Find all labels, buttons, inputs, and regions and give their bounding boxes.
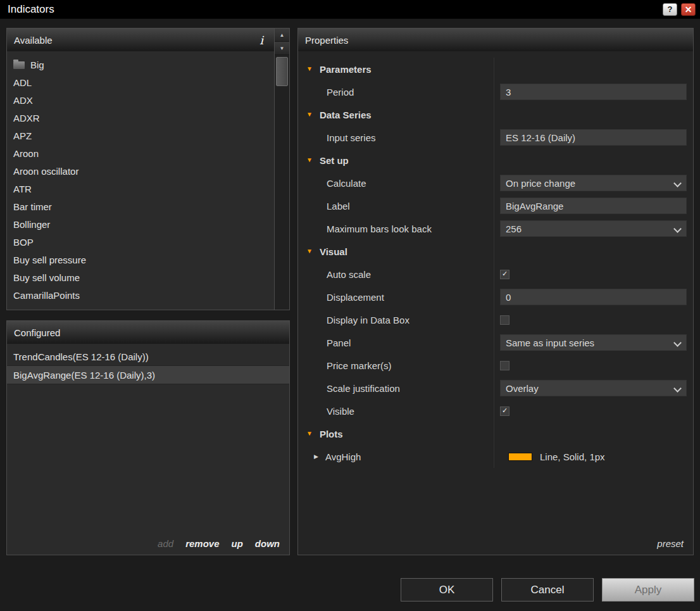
configured-header: Configured [7,321,289,344]
row-calculate: Calculate On price change [304,172,687,194]
available-panel: Available i Big ADL ADX ADXR APZ Aroon A… [6,28,290,310]
apply-button[interactable]: Apply [602,578,694,602]
collapse-icon: ▼ [306,66,313,72]
field-label: Scale justification [304,377,494,400]
row-label: Label [304,194,687,217]
price-markers-checkbox[interactable]: ✓ [500,361,509,370]
period-input[interactable] [500,84,687,100]
input-series-input[interactable] [500,129,687,146]
available-item-folder[interactable]: Big [7,56,274,73]
available-item[interactable]: BOP [7,233,274,251]
available-item[interactable]: ADX [7,91,274,109]
section-parameters[interactable]: ▼ Parameters [304,58,687,80]
select-value: Overlay [506,383,539,394]
section-title: Plots [320,429,343,439]
info-icon[interactable]: i [259,34,263,47]
field-label: Input series [304,126,494,149]
available-item[interactable]: Buy sell pressure [7,251,274,268]
cancel-button[interactable]: Cancel [501,578,594,602]
scale-justification-select[interactable]: Overlay [500,380,687,396]
section-visual[interactable]: ▼ Visual [304,240,687,263]
available-item[interactable]: CamarillaPoints [7,286,274,304]
expand-icon[interactable]: ▶ [314,453,318,460]
row-panel: Panel Same as input series [304,331,687,354]
add-link[interactable]: add [158,538,173,549]
field-label: Panel [304,331,494,354]
checkmark-icon: ✓ [502,270,508,277]
available-item[interactable]: Aroon [7,144,274,162]
available-item[interactable]: Aroon oscillator [7,162,274,180]
available-scrollbar[interactable]: ▲ ▼ [274,28,289,310]
available-list: Big ADL ADX ADXR APZ Aroon Aroon oscilla… [7,51,274,304]
field-label: Display in Data Box [304,308,494,331]
collapse-icon: ▼ [306,157,313,163]
row-price-markers: Price marker(s) ✓ [304,354,687,377]
visible-checkbox[interactable]: ✓ [500,406,509,416]
row-displacement: Displacement [304,286,687,308]
section-plots[interactable]: ▼ Plots [304,422,687,445]
available-item[interactable]: ADXR [7,109,274,127]
configured-item-selected[interactable]: BigAvgRange(ES 12-16 (Daily),3) [7,366,289,384]
scrollbar-thumb[interactable] [276,57,288,86]
configured-header-label: Configured [14,327,60,338]
available-item[interactable]: Buy sell volume [7,268,274,286]
available-header: Available i [7,28,274,51]
plot-style-label: Line, Solid, 1px [540,451,605,462]
row-input-series: Input series [304,126,687,149]
scroll-up-icon[interactable]: ▲ [275,28,289,42]
section-data-series[interactable]: ▼ Data Series [304,103,687,126]
section-title: Data Series [320,110,372,120]
field-label: Displacement [304,286,494,308]
configured-panel: Configured TrendCandles(ES 12-16 (Daily)… [6,320,290,555]
up-link[interactable]: up [232,538,243,549]
available-item[interactable]: ADL [7,73,274,91]
available-item[interactable]: APZ [7,127,274,144]
close-button[interactable]: ✕ [681,3,696,16]
select-value: 256 [506,224,522,234]
section-title: Set up [320,155,349,166]
preset-link[interactable]: preset [657,538,684,549]
down-link[interactable]: down [255,538,280,549]
row-auto-scale: Auto scale ✓ [304,263,687,286]
plot-name: AvgHigh [325,451,361,462]
max-bars-select[interactable]: 256 [500,220,687,237]
plot-color-swatch[interactable] [508,453,532,461]
field-label: Maximum bars look back [304,217,494,240]
section-setup[interactable]: ▼ Set up [304,149,687,172]
row-max-bars-look-back: Maximum bars look back 256 [304,217,687,240]
properties-header-label: Properties [305,35,348,46]
available-item[interactable]: Bollinger [7,215,274,233]
footer: OK Cancel Apply [401,578,694,602]
title-bar: Indicators ? ✕ [0,0,700,19]
collapse-icon: ▼ [306,248,313,255]
left-column: Available i Big ADL ADX ADXR APZ Aroon A… [6,28,290,555]
properties-content: ▼ Parameters Period ▼ Data Series Input … [298,51,693,555]
field-label: Auto scale [304,263,494,286]
scroll-down-icon[interactable]: ▼ [275,42,289,55]
select-value: Same as input series [506,337,594,348]
panel-select[interactable]: Same as input series [500,334,687,351]
row-avghigh: ▶ AvgHigh Line, Solid, 1px [304,445,687,468]
display-in-data-box-checkbox[interactable]: ✓ [500,315,509,325]
chevron-down-icon [675,340,680,346]
ok-button[interactable]: OK [401,578,493,602]
label-input[interactable] [500,198,687,214]
displacement-input[interactable] [500,289,687,305]
configured-item[interactable]: TrendCandles(ES 12-16 (Daily)) [7,348,289,366]
configured-actions: add remove up down [158,538,280,549]
configured-list: TrendCandles(ES 12-16 (Daily)) BigAvgRan… [7,344,289,384]
properties-header: Properties [298,28,693,51]
folder-icon [13,61,25,69]
checkmark-icon: ✓ [502,407,508,414]
available-item[interactable]: ATR [7,180,274,198]
scrollbar-track[interactable] [275,55,289,310]
calculate-select[interactable]: On price change [500,175,687,191]
chevron-down-icon [675,226,680,232]
section-title: Visual [320,246,347,257]
available-item[interactable]: Bar timer [7,198,274,215]
field-label: Price marker(s) [304,354,494,377]
remove-link[interactable]: remove [185,538,219,549]
auto-scale-checkbox[interactable]: ✓ [500,270,509,279]
help-button[interactable]: ? [663,3,677,16]
row-visible: Visible ✓ [304,400,687,422]
